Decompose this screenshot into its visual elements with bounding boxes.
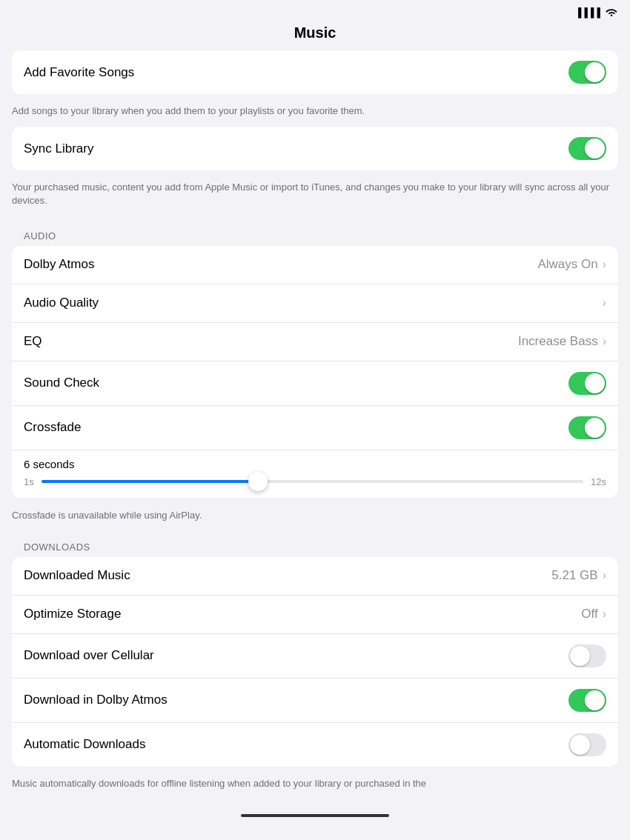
add-favorite-songs-label: Add Favorite Songs (24, 65, 134, 80)
optimize-storage-row[interactable]: Optimize Storage Off › (12, 596, 618, 634)
crossfade-slider-section: 6 seconds 1s 12s (12, 450, 618, 498)
dolby-atmos-label: Dolby Atmos (24, 257, 94, 272)
download-cellular-toggle[interactable] (568, 644, 606, 667)
download-dolby-label: Download in Dolby Atmos (24, 693, 168, 707)
sync-library-label: Sync Library (24, 141, 93, 156)
dolby-atmos-value: Always On (537, 257, 597, 272)
sound-check-label: Sound Check (24, 376, 99, 390)
download-cellular-row[interactable]: Download over Cellular (12, 634, 618, 679)
crossfade-slider-row: 1s 12s (24, 476, 606, 487)
sync-library-description: Your purchased music, content you add fr… (0, 176, 630, 216)
scroll-indicator (241, 814, 389, 817)
download-dolby-toggle[interactable] (568, 689, 606, 712)
downloaded-music-label: Downloaded Music (24, 568, 130, 583)
crossfade-row[interactable]: Crossfade (12, 406, 618, 450)
toggle-knob-cellular (570, 646, 590, 666)
audio-card: Dolby Atmos Always On › Audio Quality › … (12, 246, 618, 498)
sound-check-row[interactable]: Sound Check (12, 361, 618, 406)
optimize-storage-label: Optimize Storage (24, 607, 121, 621)
dolby-atmos-chevron: › (603, 258, 606, 271)
crossfade-current-value: 6 seconds (24, 458, 606, 470)
dolby-atmos-row[interactable]: Dolby Atmos Always On › (12, 246, 618, 284)
crossfade-label: Crossfade (24, 420, 81, 435)
slider-fill (42, 480, 259, 483)
automatic-downloads-toggle[interactable] (568, 733, 606, 756)
sync-library-row[interactable]: Sync Library (12, 127, 618, 170)
downloads-card: Downloaded Music 5.21 GB › Optimize Stor… (12, 557, 618, 767)
eq-chevron: › (603, 335, 606, 348)
eq-value: Increase Bass (518, 334, 598, 349)
sync-library-card: Sync Library (12, 127, 618, 170)
audio-section-header: AUDIO (0, 217, 630, 246)
toggle-knob-sync (585, 139, 605, 159)
crossfade-note: Crossfade is unavailable while using Air… (0, 504, 630, 528)
downloaded-music-right: 5.21 GB › (551, 568, 606, 583)
downloads-section-header: DOWNLOADS (0, 528, 630, 557)
slider-max-label: 12s (591, 476, 606, 487)
optimize-storage-chevron: › (603, 607, 606, 621)
page-title: Music (0, 21, 630, 50)
toggle-knob (585, 62, 605, 82)
add-favorite-songs-toggle[interactable] (568, 61, 606, 84)
downloaded-music-row[interactable]: Downloaded Music 5.21 GB › (12, 557, 618, 596)
optimize-storage-value: Off (581, 607, 597, 621)
status-bar: ▐▐▐▐ (0, 0, 630, 21)
automatic-downloads-description: Music automatically downloads for offlin… (0, 773, 630, 799)
toggle-knob-dolby (585, 690, 605, 710)
sync-library-toggle[interactable] (568, 137, 606, 160)
slider-thumb[interactable] (248, 472, 268, 491)
crossfade-toggle[interactable] (568, 416, 606, 439)
signal-icon: ▐▐▐▐ (575, 7, 600, 18)
audio-quality-row[interactable]: Audio Quality › (12, 284, 618, 323)
slider-min-label: 1s (24, 476, 34, 487)
add-favorite-songs-row[interactable]: Add Favorite Songs (12, 50, 618, 94)
downloaded-music-value: 5.21 GB (551, 568, 597, 583)
eq-row[interactable]: EQ Increase Bass › (12, 323, 618, 361)
audio-quality-right: › (603, 296, 606, 310)
add-favorite-songs-description: Add songs to your library when you add t… (0, 100, 630, 127)
dolby-atmos-value-area: Always On › (537, 257, 606, 272)
audio-quality-label: Audio Quality (24, 296, 99, 310)
library-card: Add Favorite Songs (12, 50, 618, 94)
wifi-icon (605, 6, 618, 19)
eq-label: EQ (24, 334, 42, 349)
automatic-downloads-row[interactable]: Automatic Downloads (12, 723, 618, 767)
automatic-downloads-label: Automatic Downloads (24, 737, 145, 752)
toggle-knob-sound-check (585, 373, 605, 393)
sound-check-toggle[interactable] (568, 372, 606, 395)
download-cellular-label: Download over Cellular (24, 648, 154, 663)
crossfade-slider-track[interactable] (42, 480, 583, 483)
downloaded-music-chevron: › (603, 569, 606, 582)
download-dolby-row[interactable]: Download in Dolby Atmos (12, 679, 618, 723)
audio-quality-chevron: › (603, 296, 606, 310)
optimize-storage-right: Off › (581, 607, 606, 621)
eq-value-area: Increase Bass › (518, 334, 606, 349)
toggle-knob-crossfade (585, 418, 605, 438)
toggle-knob-auto (570, 735, 590, 755)
